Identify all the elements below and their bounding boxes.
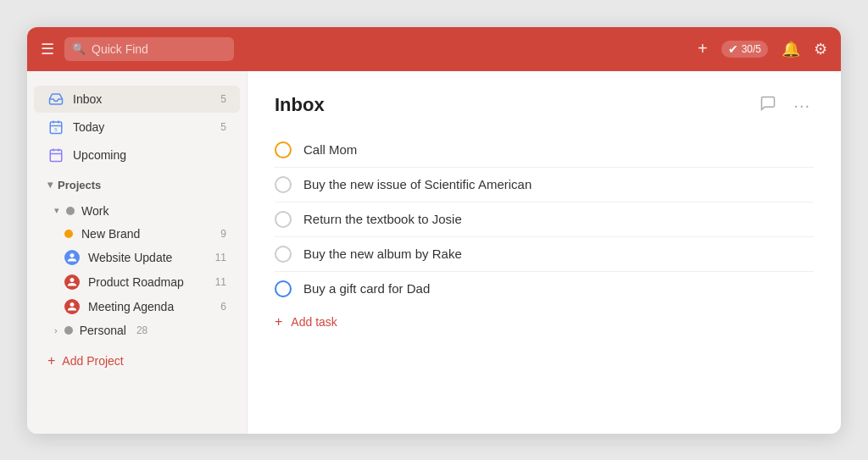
personal-dot (64, 326, 73, 335)
header: ☰ 🔍 + ✔ 30/5 🔔 ⚙ (27, 27, 841, 71)
meeting-agenda-label: Meeting Agenda (88, 300, 174, 313)
task-checkbox[interactable] (275, 141, 292, 158)
sidebar-item-upcoming[interactable]: Upcoming (34, 141, 240, 169)
comment-button[interactable] (756, 91, 780, 119)
work-dot (66, 207, 75, 215)
sidebar-item-website-update[interactable]: Website Update 11 (34, 246, 240, 269)
meeting-agenda-icon (64, 299, 80, 314)
product-roadmap-icon (64, 274, 80, 290)
task-text: Call Mom (303, 142, 357, 157)
add-button[interactable]: + (698, 39, 708, 58)
new-brand-count: 9 (220, 228, 226, 240)
task-checkbox[interactable] (275, 211, 292, 228)
add-project-plus-icon: + (47, 353, 55, 369)
task-item[interactable]: Call Mom (275, 133, 814, 168)
more-icon: ··· (793, 96, 810, 114)
main-content: Inbox 5 5 Today 5 (27, 71, 841, 434)
projects-section-header[interactable]: ▾ Projects (34, 172, 240, 198)
add-task-plus-icon: + (275, 314, 282, 330)
app-window: ☰ 🔍 + ✔ 30/5 🔔 ⚙ (27, 27, 841, 434)
task-text: Buy the new album by Rake (303, 247, 462, 261)
product-roadmap-label: Product Roadmap (88, 275, 184, 289)
today-label: Today (73, 120, 212, 134)
add-task-label: Add task (291, 315, 337, 329)
new-brand-label: New Brand (81, 227, 140, 241)
add-task-button[interactable]: + Add task (275, 306, 814, 338)
upcoming-icon (47, 147, 64, 163)
personal-label: Personal (80, 324, 126, 337)
personal-count: 28 (136, 324, 147, 336)
header-actions: + ✔ 30/5 🔔 ⚙ (698, 39, 827, 58)
product-roadmap-count: 11 (215, 276, 226, 288)
website-update-label: Website Update (88, 251, 172, 264)
task-item[interactable]: Buy the new issue of Scientific American (275, 168, 814, 202)
sidebar: Inbox 5 5 Today 5 (27, 71, 248, 434)
menu-button[interactable]: ☰ (41, 40, 54, 58)
personal-chevron-icon: › (54, 325, 58, 335)
svg-text:5: 5 (54, 127, 58, 132)
karma-badge[interactable]: ✔ 30/5 (721, 41, 768, 58)
add-icon: + (698, 39, 708, 58)
sidebar-item-today[interactable]: 5 Today 5 (34, 114, 240, 141)
main-header: Inbox ··· (275, 91, 814, 119)
task-item[interactable]: Buy a gift card for Dad (275, 272, 814, 306)
task-checkbox[interactable] (275, 280, 292, 297)
sidebar-item-personal[interactable]: › Personal 28 (34, 319, 240, 341)
search-input[interactable] (64, 37, 234, 61)
settings-button[interactable]: ⚙ (814, 40, 827, 58)
sidebar-item-new-brand[interactable]: New Brand 9 (34, 223, 240, 245)
notifications-button[interactable]: 🔔 (782, 40, 800, 58)
task-checkbox[interactable] (275, 246, 292, 263)
upcoming-label: Upcoming (73, 148, 226, 162)
inbox-label: Inbox (73, 92, 212, 106)
add-project-button[interactable]: + Add Project (34, 348, 240, 374)
page-title: Inbox (275, 94, 756, 116)
task-text: Buy a gift card for Dad (303, 281, 430, 296)
svg-rect-5 (50, 150, 62, 162)
task-text: Buy the new issue of Scientific American (303, 177, 531, 191)
sidebar-item-product-roadmap[interactable]: Product Roadmap 11 (34, 270, 240, 294)
inbox-icon (47, 91, 64, 108)
website-update-count: 11 (215, 252, 226, 263)
projects-label: Projects (58, 179, 101, 191)
task-checkbox[interactable] (275, 176, 292, 193)
more-options-button[interactable]: ··· (790, 92, 814, 119)
gear-icon: ⚙ (814, 40, 827, 58)
work-chevron-icon: ▾ (54, 205, 59, 216)
hamburger-icon: ☰ (41, 40, 54, 58)
search-wrap: 🔍 (64, 37, 234, 61)
projects-chevron-icon: ▾ (47, 179, 53, 191)
sidebar-item-inbox[interactable]: Inbox 5 (34, 86, 240, 113)
task-item[interactable]: Buy the new album by Rake (275, 237, 814, 272)
meeting-agenda-count: 6 (220, 301, 226, 313)
new-brand-dot (64, 230, 73, 238)
inbox-count: 5 (220, 93, 226, 105)
website-update-icon (64, 250, 80, 265)
main-panel: Inbox ··· (248, 71, 841, 434)
work-label: Work (81, 204, 108, 218)
task-item[interactable]: Return the textbook to Josie (275, 202, 814, 237)
karma-text: 30/5 (742, 43, 761, 55)
task-text: Return the textbook to Josie (303, 212, 462, 226)
check-icon: ✔ (728, 42, 738, 56)
today-icon: 5 (47, 119, 64, 136)
add-project-label: Add Project (62, 354, 123, 368)
comment-icon (760, 98, 776, 115)
task-list: Call Mom Buy the new issue of Scientific… (275, 133, 814, 306)
sidebar-item-meeting-agenda[interactable]: Meeting Agenda 6 (34, 295, 240, 319)
sidebar-item-work[interactable]: ▾ Work (34, 200, 240, 222)
bell-icon: 🔔 (782, 40, 800, 58)
main-header-actions: ··· (756, 91, 814, 119)
today-count: 5 (220, 121, 226, 133)
